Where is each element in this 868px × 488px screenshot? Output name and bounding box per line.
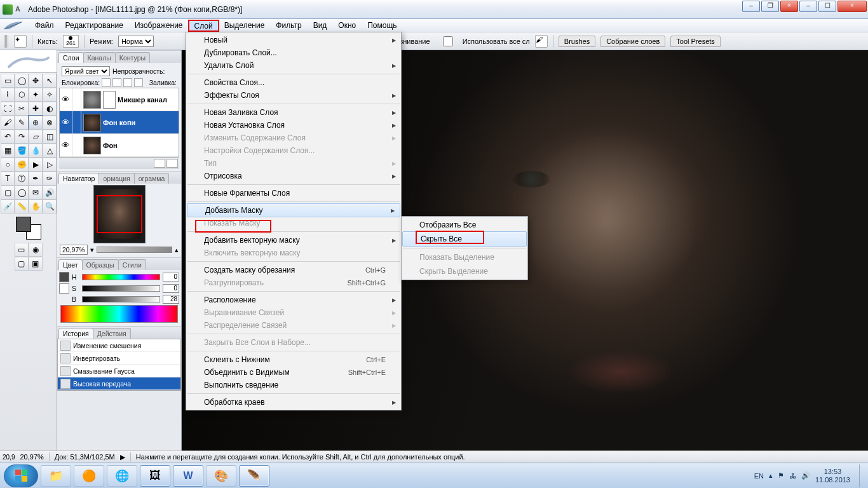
layer-name[interactable]: Фон копи xyxy=(103,119,135,126)
menu-file[interactable]: Файл xyxy=(29,20,60,31)
layer-row[interactable]: 👁 Микшер канал xyxy=(60,88,179,111)
pen-tool[interactable]: ✒ xyxy=(29,172,43,186)
bucket-tool[interactable]: 🪣 xyxy=(15,144,29,158)
lock-pos-icon[interactable] xyxy=(123,78,132,87)
tab-brushes[interactable]: Brushes xyxy=(559,36,595,47)
menu-item-duplicate[interactable]: Дублировать Слой... xyxy=(186,46,401,59)
menu-layer[interactable]: Слой xyxy=(189,20,219,31)
menu-item-add-vector[interactable]: Добавить векторную маску xyxy=(186,234,401,247)
notes-tool[interactable]: ✉ xyxy=(29,186,43,200)
zoom-value[interactable]: 20,97% xyxy=(60,245,88,255)
menu-item-new[interactable]: Новый xyxy=(186,34,401,46)
art-history-tool[interactable]: ↷ xyxy=(15,130,29,144)
use-all-layers-checkbox[interactable] xyxy=(435,36,461,46)
marquee-ellipse-tool[interactable]: ◯ xyxy=(15,74,29,88)
taskbar-photoshop[interactable]: 🪶 xyxy=(239,465,269,487)
eraser-tool[interactable]: ▱ xyxy=(29,130,43,144)
menu-image[interactable]: Изображение xyxy=(129,20,189,31)
type-tool[interactable]: T xyxy=(1,172,15,186)
tab-tool-presets[interactable]: Tool Presets xyxy=(670,36,721,47)
menu-window[interactable]: Окно xyxy=(332,20,362,31)
measure-tool[interactable]: 📏 xyxy=(15,200,29,214)
layer-name[interactable]: Фон xyxy=(103,142,118,149)
bri-slider[interactable] xyxy=(82,296,160,302)
tray-flag-icon[interactable]: ⚑ xyxy=(778,471,784,480)
menu-help[interactable]: Помощь xyxy=(362,20,402,31)
tab-layer-comps[interactable]: Собрание слоев xyxy=(600,36,665,47)
menu-view[interactable]: Вид xyxy=(308,20,333,31)
link-icon[interactable] xyxy=(72,88,81,111)
color-swatch-fg[interactable] xyxy=(59,272,69,282)
status-doc-size[interactable]: Док: 51,3M/102,5M xyxy=(55,453,115,461)
menu-item-new-fill[interactable]: Новая Заливка Слоя xyxy=(186,106,401,119)
freeform-pen-tool[interactable]: ✑ xyxy=(43,172,57,186)
menu-item-matting[interactable]: Обработка краев xyxy=(186,396,401,409)
tab-styles[interactable]: Стили xyxy=(118,259,146,270)
history-item[interactable]: Высокая передача xyxy=(58,377,180,390)
layer-thumb[interactable] xyxy=(83,137,101,154)
inner-restore-button[interactable]: ❐ xyxy=(761,1,779,12)
lock-all-icon[interactable] xyxy=(134,78,143,87)
tab-actions[interactable]: Действия xyxy=(93,328,131,339)
menu-item-properties[interactable]: Свойства Слоя... xyxy=(186,76,401,89)
h-value[interactable]: 0 xyxy=(163,273,179,281)
brush-panel-icon[interactable]: 🖌 xyxy=(535,35,548,48)
brush-size-value[interactable]: 261 xyxy=(66,40,76,46)
taskbar-viewer[interactable]: 🖼 xyxy=(140,465,170,487)
pattern-stamp-tool[interactable]: ⊗ xyxy=(43,116,57,130)
hue-slider[interactable] xyxy=(82,274,160,280)
tool-preset-icon[interactable]: ✦ xyxy=(14,35,27,48)
menu-item-arrange[interactable]: Расположение xyxy=(186,294,401,306)
burn-tool[interactable]: ✊ xyxy=(15,158,29,172)
tab-histogram[interactable]: ограмма xyxy=(134,173,170,184)
visibility-icon[interactable]: 👁 xyxy=(60,111,72,133)
maximize-button[interactable]: ☐ xyxy=(818,1,836,12)
layer-name[interactable]: Микшер канал xyxy=(118,96,167,104)
s-value[interactable]: 0 xyxy=(163,284,179,293)
navigator-thumbnail[interactable] xyxy=(93,185,146,243)
patch-tool[interactable]: ◐ xyxy=(43,102,57,116)
lock-pixels-icon[interactable] xyxy=(112,78,121,87)
layer-thumb[interactable] xyxy=(83,114,101,132)
wand-tool[interactable]: ✦ xyxy=(29,88,43,102)
move-tool-alt[interactable]: ↖ xyxy=(43,74,57,88)
sharpen-tool[interactable]: △ xyxy=(43,144,57,158)
ellipse-tool[interactable]: ◯ xyxy=(15,186,29,200)
start-button[interactable] xyxy=(4,464,38,487)
eyedropper-tool[interactable]: 💉 xyxy=(1,200,15,214)
quick-select-tool[interactable]: ✧ xyxy=(43,88,57,102)
taskbar-paint[interactable]: 🎨 xyxy=(206,465,236,487)
tray-volume-icon[interactable]: 🔊 xyxy=(801,471,810,480)
layer-mask-icon[interactable] xyxy=(166,159,178,168)
tab-history[interactable]: История xyxy=(58,328,93,339)
menu-item-create-clip[interactable]: Создать маску обрезанияCtrl+G xyxy=(186,264,401,276)
menu-item-merge-down[interactable]: Склеить с НижнимCtrl+E xyxy=(186,353,401,366)
lock-trans-icon[interactable] xyxy=(102,78,111,87)
history-item[interactable]: Инвертировать xyxy=(58,352,180,365)
blend-mode-select[interactable]: Норма xyxy=(118,36,154,47)
zoom-slider[interactable] xyxy=(97,247,172,253)
zoom-tool[interactable]: 🔍 xyxy=(43,200,57,214)
close-button[interactable]: × xyxy=(837,1,867,12)
status-arrow-icon[interactable]: ▶ xyxy=(120,453,125,461)
submenu-reveal-all[interactable]: Отобразить Все xyxy=(402,218,527,232)
taskbar-word[interactable]: W xyxy=(173,465,203,487)
b-value[interactable]: 28 xyxy=(163,295,179,304)
history-item[interactable]: Смазывание Гаусса xyxy=(58,365,180,377)
menu-item-rasterize[interactable]: Отрисовка xyxy=(186,170,401,182)
slice-tool[interactable]: ✂ xyxy=(15,102,29,116)
blend-mode-dropdown[interactable]: Яркий свет xyxy=(62,66,110,76)
link-icon[interactable] xyxy=(72,134,81,156)
history-item[interactable]: Изменение смешения xyxy=(58,339,180,352)
pencil-tool[interactable]: ✎ xyxy=(15,116,29,130)
move-tool[interactable]: ✥ xyxy=(29,74,43,88)
tab-channels[interactable]: Каналы xyxy=(83,52,116,63)
poly-lasso-tool[interactable]: ⬡ xyxy=(15,88,29,102)
gradient-tool[interactable]: ▦ xyxy=(1,144,15,158)
minimize-button[interactable]: – xyxy=(799,1,817,12)
tray-network-icon[interactable]: 🖧 xyxy=(789,472,796,480)
fg-color-swatch[interactable] xyxy=(16,217,31,232)
color-spectrum[interactable] xyxy=(60,305,178,323)
brush-tool[interactable]: 🖌 xyxy=(1,116,15,130)
visibility-icon[interactable]: 👁 xyxy=(60,88,72,111)
